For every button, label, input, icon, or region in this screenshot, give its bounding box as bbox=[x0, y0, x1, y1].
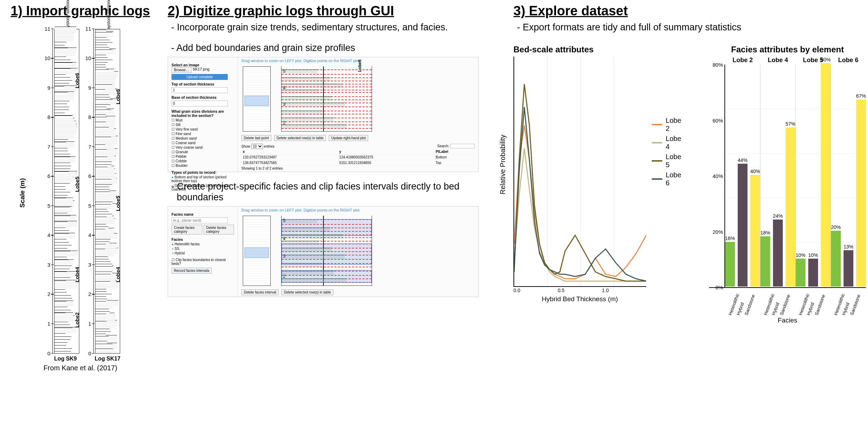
bar: 40% bbox=[750, 169, 760, 287]
bar: 18% bbox=[760, 230, 770, 287]
facies-opt-hybrid[interactable]: Hybrid bbox=[172, 251, 234, 255]
zoom-plot-left-2[interactable] bbox=[243, 216, 271, 286]
section2-bullet-panel2: - Create project-specific facies and cli… bbox=[177, 181, 479, 203]
zoom-window[interactable] bbox=[245, 96, 269, 106]
table-row[interactable]: 133.07827293123497124.41880933562375Bott… bbox=[241, 155, 475, 160]
bar: 80% bbox=[821, 57, 831, 287]
bar-panel-label: Lobe 4 bbox=[768, 57, 788, 64]
update-plot-button[interactable]: Update right-hand plot bbox=[329, 135, 368, 141]
bar-panel-strip: Lobe 2Lobe 4Lobe 5Lobe 6 bbox=[725, 57, 866, 64]
scale-axis-label: Scale (m) bbox=[19, 178, 26, 207]
legend-item: Lobe 5 bbox=[652, 153, 684, 169]
points-table: Show 10 entries Search: x y bbox=[238, 142, 478, 172]
delete-row-button[interactable]: Delete selected row(s) in table bbox=[274, 135, 326, 141]
bar-panel: 16%44%40% bbox=[725, 65, 760, 287]
clip-checkbox[interactable]: Clip facies boundaries to closest beds? bbox=[172, 258, 234, 266]
bar-panel-label: Lobe 2 bbox=[732, 57, 753, 64]
digitize-plot-right[interactable]: Lobe6 5432 bbox=[281, 66, 372, 132]
bar: 20% bbox=[831, 224, 841, 287]
bar-panel-label: Lobe 6 bbox=[838, 57, 859, 64]
density-legend: Lobe 2Lobe 4Lobe 5Lobe 6 bbox=[652, 114, 684, 189]
log-sk17: 01234567891011 claystone siltstone very … bbox=[95, 29, 121, 362]
facies-bar-chart: Facies attributes by element Lobe 2Lobe … bbox=[709, 45, 866, 324]
density-chart: Bed-scale attributes Relative Probabilit… bbox=[513, 45, 646, 324]
select-image-label: Select an image bbox=[172, 63, 234, 67]
legend-item: Lobe 2 bbox=[652, 117, 684, 133]
citation-text: From Kane et al. (2017) bbox=[7, 364, 154, 372]
browse-button[interactable]: Browse… bbox=[172, 67, 191, 73]
scale-axis: Scale (m) 01234567891011 bbox=[46, 29, 53, 354]
base-thickness-label: Base of section thickness bbox=[172, 95, 234, 99]
legend-item: Lobe 4 bbox=[652, 135, 684, 151]
section-import: 1) Import graphic logs Scale (m) 0123456… bbox=[7, 3, 154, 372]
grain-division-checkbox[interactable]: Pebble bbox=[172, 155, 234, 158]
gui-left-controls: Select an image Browse… SK17.png Upload … bbox=[168, 57, 238, 172]
digitize-plot-right-2[interactable]: 5432 bbox=[281, 216, 372, 286]
bar: 10% bbox=[796, 252, 805, 287]
grain-division-checkbox[interactable]: Very fine sand bbox=[172, 127, 234, 131]
density-chart-title: Bed-scale attributes bbox=[513, 45, 646, 54]
density-ylabel: Relative Probability bbox=[499, 135, 507, 194]
density-xlabel: Hybrid Bed Thickness (m) bbox=[513, 295, 646, 303]
section2-bullet-panel1: - Add bed boundaries and grain size prof… bbox=[177, 43, 479, 53]
grain-division-checkbox[interactable]: Mud bbox=[172, 118, 234, 122]
bar-chart-title: Facies attributes by element bbox=[709, 45, 866, 54]
graphic-logs-figure: Scale (m) 01234567891011 claystone silts… bbox=[7, 29, 154, 362]
strat-column-sk17: Lobe4Lobe5Lobe6 bbox=[95, 29, 120, 354]
strat-column-sk9: Lobe2Lobe4Lobe5Lobe6 bbox=[54, 29, 79, 354]
delete-facies-interval-button[interactable]: Delete facies interval bbox=[241, 289, 279, 295]
base-thickness-input[interactable] bbox=[172, 101, 228, 106]
bar-xlabels: HeterolithicHybridSandstoneHeterolithicH… bbox=[725, 288, 866, 316]
grain-division-checkbox[interactable]: Granule bbox=[172, 150, 234, 154]
bar-xaxis-title: Facies bbox=[709, 317, 866, 324]
table-row[interactable]: 138.837477534275655151.331211834655Top bbox=[241, 160, 475, 166]
bar: 16% bbox=[725, 236, 735, 287]
grain-division-checkbox[interactable]: Very coarse sand bbox=[172, 146, 234, 149]
top-thickness-input[interactable] bbox=[172, 87, 228, 93]
table-search-input[interactable] bbox=[450, 144, 475, 148]
delete-facies-button[interactable]: Delete facies category bbox=[204, 225, 234, 235]
record-facies-button[interactable]: Record facies intervals bbox=[172, 268, 212, 274]
upload-button[interactable]: Upload complete bbox=[172, 74, 228, 80]
grain-division-checkbox[interactable]: Silt bbox=[172, 123, 234, 127]
grain-division-checkbox[interactable]: Fine sand bbox=[172, 132, 234, 136]
density-xticks: 0.0 0.5 1.0 bbox=[513, 287, 646, 293]
grain-division-checkbox[interactable]: Coarse sand bbox=[172, 141, 234, 145]
grain-division-checkbox[interactable]: Boulder bbox=[172, 164, 234, 168]
bar: 44% bbox=[738, 157, 747, 287]
section3-title: 3) Explore dataset bbox=[513, 3, 859, 18]
delete-last-point-button[interactable]: Delete last point bbox=[241, 135, 271, 141]
gui-action-buttons: Delete last point Delete selected row(s)… bbox=[238, 134, 478, 142]
grain-divisions-label: What grain sizes divisions are included … bbox=[172, 109, 234, 118]
delete-selected-row-button-2[interactable]: Delete selected row(s) in table bbox=[282, 289, 334, 295]
bar: 57% bbox=[786, 121, 795, 287]
facies-list-label: Facies bbox=[172, 237, 234, 242]
log-sk9: Scale (m) 01234567891011 claystone silts… bbox=[54, 29, 79, 362]
gui-instruction-2: Drag window to zoom on LEFT plot. Digiti… bbox=[238, 207, 478, 214]
log-sk9-label: Log SK9 bbox=[54, 356, 77, 362]
points-type-label: Types of points to record: bbox=[172, 170, 234, 175]
legend-item: Lobe 6 bbox=[652, 171, 684, 187]
grain-division-checkbox[interactable]: Medium sand bbox=[172, 136, 234, 140]
section2-title: 2) Digitize graphic logs through GUI bbox=[168, 3, 479, 18]
bar: 24% bbox=[773, 213, 783, 287]
bar-yaxis: 0%20%40%60%80% bbox=[709, 65, 725, 287]
zoom-window-2[interactable] bbox=[245, 247, 269, 258]
entries-select[interactable]: 10 bbox=[251, 144, 263, 149]
bar: 67% bbox=[856, 93, 866, 287]
bar-panel: 20%13%67% bbox=[831, 65, 866, 287]
density-plot-area: Relative Probability bbox=[513, 57, 646, 287]
create-facies-button[interactable]: Create facies category bbox=[172, 225, 202, 235]
grain-division-checkbox[interactable]: Cobble bbox=[172, 159, 234, 163]
zoom-plot-left[interactable] bbox=[243, 66, 271, 132]
bar-panel-label: Lobe 5 bbox=[803, 57, 823, 64]
facies-name-input[interactable] bbox=[172, 217, 228, 223]
bar-panel: 18%24%57% bbox=[760, 65, 795, 287]
section2-bullet-intro: - Incorporate grain size trends, sedimen… bbox=[177, 22, 479, 33]
facies-opt-heterolith[interactable]: Heterolith facies bbox=[172, 242, 234, 246]
log-sk17-label: Log SK17 bbox=[95, 356, 121, 362]
scale-axis-sk17: 01234567891011 bbox=[87, 29, 94, 354]
bar-panels: 16%44%40%18%24%57%10%10%80%20%13%67% bbox=[725, 65, 866, 287]
facies-opt-ss[interactable]: SS bbox=[172, 247, 234, 251]
section3-bullet: - Export formats are tidy and full of su… bbox=[523, 22, 859, 33]
